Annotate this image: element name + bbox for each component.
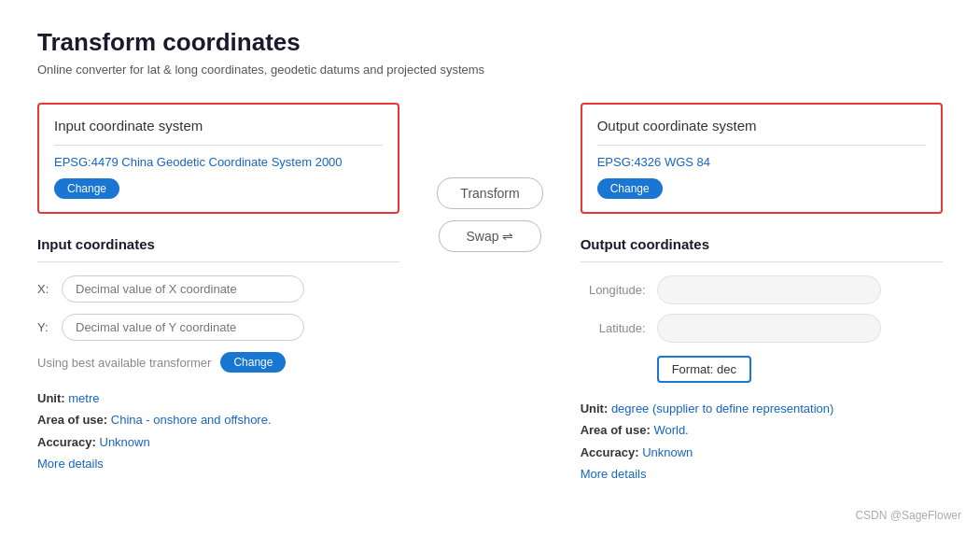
latitude-input[interactable] xyxy=(657,314,881,343)
input-system-title: Input coordinate system xyxy=(54,118,383,134)
longitude-input[interactable] xyxy=(657,275,881,304)
transform-button[interactable]: Transform xyxy=(437,177,542,209)
output-more-details-link[interactable]: More details xyxy=(581,467,647,481)
input-area-label: Area of use: xyxy=(37,413,107,427)
watermark: CSDN @SageFlower xyxy=(855,509,961,514)
output-accuracy-row: Accuracy: Unknown xyxy=(581,442,943,463)
output-unit-value: degree (supplier to define representatio… xyxy=(611,401,833,415)
swap-button[interactable]: Swap ⇌ xyxy=(439,220,541,252)
x-input-row: X: xyxy=(37,275,399,303)
y-input[interactable] xyxy=(62,314,304,341)
output-accuracy-label: Accuracy: xyxy=(581,445,639,459)
input-unit-value: metre xyxy=(68,391,99,405)
input-area-row: Area of use: China - onshore and offshor… xyxy=(37,409,399,430)
input-unit-label: Unit: xyxy=(37,391,65,405)
transformer-text: Using best available transformer xyxy=(37,356,211,370)
transformer-row: Using best available transformer Change xyxy=(37,352,399,373)
y-label: Y: xyxy=(37,320,52,334)
output-area-value: World. xyxy=(653,423,688,437)
x-label: X: xyxy=(37,282,52,296)
output-area-row: Area of use: World. xyxy=(581,419,943,441)
input-accuracy-row: Accuracy: Unknown xyxy=(37,431,399,453)
format-button[interactable]: Format: dec xyxy=(657,356,751,383)
output-unit-label: Unit: xyxy=(581,401,609,415)
main-layout: Input coordinate system EPSG:4479 China … xyxy=(37,103,943,486)
input-more-details-link[interactable]: More details xyxy=(37,457,104,471)
input-coords-title: Input coordinates xyxy=(37,236,399,252)
output-area-label: Area of use: xyxy=(581,423,651,437)
input-accuracy-value: Unknown xyxy=(100,435,150,449)
output-system-change-button[interactable]: Change xyxy=(597,178,663,199)
input-unit-row: Unit: metre xyxy=(37,387,399,409)
longitude-label: Longitude: xyxy=(581,283,646,297)
longitude-row: Longitude: xyxy=(581,275,943,304)
output-system-box: Output coordinate system EPSG:4326 WGS 8… xyxy=(581,103,943,214)
output-coords-title: Output coordinates xyxy=(581,236,943,252)
middle-panel: Transform Swap ⇌ xyxy=(437,103,542,252)
latitude-label: Latitude: xyxy=(581,321,646,335)
input-system-value: EPSG:4479 China Geodetic Coordinate Syst… xyxy=(54,155,383,169)
page-title: Transform coordinates xyxy=(37,28,943,57)
input-system-change-button[interactable]: Change xyxy=(54,178,119,199)
output-system-title: Output coordinate system xyxy=(597,118,926,134)
right-panel: Output coordinate system EPSG:4326 WGS 8… xyxy=(581,103,943,486)
input-info-section: Unit: metre Area of use: China - onshore… xyxy=(37,387,399,475)
transformer-change-button[interactable]: Change xyxy=(220,352,286,373)
output-system-value: EPSG:4326 WGS 84 xyxy=(597,155,926,169)
x-input[interactable] xyxy=(62,275,304,303)
left-panel: Input coordinate system EPSG:4479 China … xyxy=(37,103,399,475)
output-unit-row: Unit: degree (supplier to define represe… xyxy=(581,398,943,419)
output-accuracy-value: Unknown xyxy=(642,445,693,459)
latitude-row: Latitude: xyxy=(581,314,943,343)
input-system-box: Input coordinate system EPSG:4479 China … xyxy=(37,103,399,214)
input-area-value: China - onshore and offshore. xyxy=(111,413,272,427)
page-subtitle: Online converter for lat & long coordina… xyxy=(37,63,943,77)
input-accuracy-label: Accuracy: xyxy=(37,435,96,449)
output-info-section: Unit: degree (supplier to define represe… xyxy=(581,398,943,486)
y-input-row: Y: xyxy=(37,314,399,341)
